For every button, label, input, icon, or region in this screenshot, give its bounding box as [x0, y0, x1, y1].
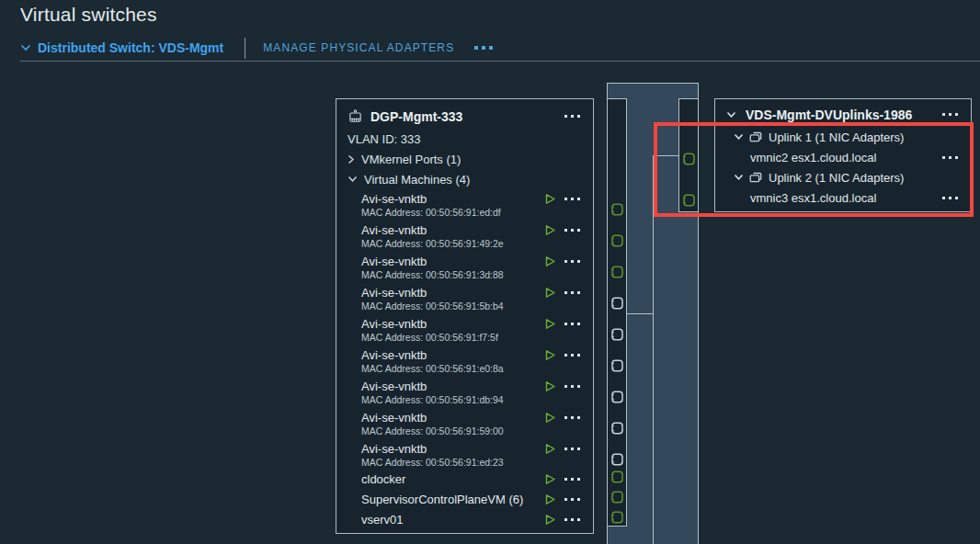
port-icon	[610, 233, 624, 248]
vm-row[interactable]: Avi-se-vnktb MAC Address: 00:50:56:91:59…	[348, 408, 586, 439]
vm-row[interactable]: SupervisorControlPlaneVM (6)	[348, 491, 586, 511]
vm-row[interactable]: Avi-se-vnktb MAC Address: 00:50:56:91:49…	[348, 221, 586, 252]
port-icon	[610, 510, 624, 525]
portgroup-title: DGP-Mgmt-333	[370, 109, 462, 124]
vm-mac: MAC Address: 00:50:56:91:59:00	[361, 425, 586, 437]
power-on-icon	[544, 380, 556, 392]
vm-actions-button[interactable]	[564, 260, 580, 263]
nic-actions-button[interactable]	[942, 156, 958, 159]
vm-actions-button[interactable]	[564, 478, 580, 481]
port-icon	[682, 152, 696, 166]
nic-actions-button[interactable]	[942, 197, 958, 199]
chevron-down-icon	[348, 176, 358, 183]
uplink-icon	[748, 130, 763, 143]
vlan-id-label: VLAN ID: 333	[348, 129, 586, 149]
portgroup-panel: DGP-Mgmt-333 VLAN ID: 333 VMkernel Ports…	[336, 98, 594, 534]
vm-actions-button[interactable]	[564, 448, 580, 450]
connector-line	[627, 313, 653, 314]
connector-line	[653, 155, 654, 544]
uplink-icon	[748, 171, 763, 184]
vm-row[interactable]: Avi-se-vnktb MAC Address: 00:50:56:91:ed…	[348, 439, 586, 470]
port-icon	[610, 390, 624, 404]
vmkernel-ports-toggle[interactable]: VMkernel Ports (1)	[348, 149, 586, 169]
port-icon	[610, 202, 624, 217]
uplink-label: Uplink 2 (1 NIC Adapters)	[769, 171, 904, 185]
virtual-machines-toggle[interactable]: Virtual Machines (4)	[348, 169, 586, 189]
chevron-down-icon	[734, 133, 744, 141]
port-icon	[610, 327, 624, 342]
vm-mac: MAC Address: 00:50:56:91:49:2e	[361, 238, 586, 250]
uplink-group-row[interactable]: Uplink 1 (1 NIC Adapters)	[726, 127, 963, 147]
port-icon	[610, 296, 624, 311]
power-on-icon	[544, 514, 556, 526]
header-divider	[20, 61, 980, 62]
virtual-machines-label: Virtual Machines (4)	[364, 173, 470, 187]
vm-actions-button[interactable]	[564, 518, 580, 521]
chevron-down-icon[interactable]	[726, 111, 736, 119]
vm-actions-button[interactable]	[564, 229, 580, 232]
vm-actions-button[interactable]	[564, 291, 580, 294]
manage-physical-adapters-button[interactable]: MANAGE PHYSICAL ADAPTERS	[263, 41, 454, 54]
vm-mac: MAC Address: 00:50:56:91:5b:b4	[361, 300, 586, 312]
vm-row[interactable]: vserv01	[348, 511, 586, 531]
vm-mac: MAC Address: 00:50:56:91:e0:8a	[361, 363, 586, 375]
toolbar: Distributed Switch: VDS-Mgmt MANAGE PHYS…	[20, 37, 493, 59]
more-actions-button[interactable]	[474, 46, 493, 50]
vm-actions-button[interactable]	[564, 498, 580, 501]
portgroup-actions-button[interactable]	[564, 115, 580, 118]
portgroup-icon	[348, 109, 363, 125]
vm-actions-button[interactable]	[564, 354, 580, 357]
uplink-label: Uplink 1 (1 NIC Adapters)	[769, 130, 904, 144]
uplink-nic-row[interactable]: vmnic3 esx1.cloud.local	[726, 187, 963, 208]
power-on-icon	[544, 224, 556, 236]
distributed-switch-link[interactable]: Distributed Switch: VDS-Mgmt	[38, 40, 223, 55]
vm-row[interactable]: Avi-se-vnktb MAC Address: 00:50:56:91:3d…	[348, 252, 586, 283]
power-on-icon	[544, 443, 556, 455]
port-icon	[682, 193, 696, 208]
vm-row[interactable]: Avi-se-vnktb MAC Address: 00:50:56:91:ed…	[348, 189, 586, 221]
uplinks-actions-button[interactable]	[942, 113, 958, 116]
vm-row[interactable]: Avi-se-vnktb MAC Address: 00:50:56:91:5b…	[348, 283, 586, 314]
port-icon	[610, 265, 624, 279]
power-on-icon	[544, 255, 556, 267]
vm-mac: MAC Address: 00:50:56:91:f7:5f	[361, 332, 586, 344]
vmkernel-ports-label: VMkernel Ports (1)	[361, 153, 461, 166]
portgroup-port-column	[607, 98, 627, 527]
portgroup-panel-header: DGP-Mgmt-333	[348, 105, 586, 129]
vm-mac: MAC Address: 00:50:56:91:ed:23	[361, 457, 586, 469]
port-icon	[610, 470, 624, 484]
vm-actions-button[interactable]	[564, 323, 580, 325]
power-on-icon	[544, 473, 556, 485]
vm-mac: MAC Address: 00:50:56:91:ed:df	[361, 207, 586, 219]
uplinks-panel-header: VDS-Mgmt-DVUplinks-1986	[726, 103, 963, 127]
power-on-icon	[544, 349, 556, 361]
port-icon	[610, 452, 624, 467]
uplink-group-row[interactable]: Uplink 2 (1 NIC Adapters)	[726, 167, 963, 187]
power-on-icon	[544, 287, 556, 299]
vm-mac: MAC Address: 00:50:56:91:db:94	[361, 394, 586, 406]
toolbar-divider	[245, 38, 245, 59]
power-on-icon	[544, 493, 556, 505]
chevron-down-icon	[734, 174, 744, 181]
vm-row[interactable]: cldocker	[348, 470, 586, 491]
uplink-port-column	[678, 98, 699, 212]
uplink-nic-row[interactable]: vmnic2 esx1.cloud.local	[726, 147, 963, 167]
vm-actions-button[interactable]	[564, 416, 580, 419]
port-icon	[610, 358, 624, 373]
vm-actions-button[interactable]	[564, 385, 580, 388]
chevron-down-icon[interactable]	[20, 44, 31, 51]
port-icon	[610, 421, 624, 436]
vm-row[interactable]: Avi-se-vnktb MAC Address: 00:50:56:91:e0…	[348, 346, 586, 377]
port-icon	[610, 490, 624, 504]
connector-line	[654, 155, 678, 156]
virtual-switches-view: Virtual switches Distributed Switch: VDS…	[0, 0, 980, 544]
power-on-icon	[544, 412, 556, 424]
vm-mac: MAC Address: 00:50:56:91:3d:88	[361, 269, 586, 281]
nic-label: vmnic2 esx1.cloud.local	[750, 151, 876, 164]
uplinks-panel: VDS-Mgmt-DVUplinks-1986 Uplink 1 (1 NIC …	[714, 98, 972, 212]
power-on-icon	[544, 193, 556, 205]
page-title: Virtual switches	[20, 4, 157, 26]
vm-actions-button[interactable]	[564, 198, 580, 200]
vm-row[interactable]: Avi-se-vnktb MAC Address: 00:50:56:91:f7…	[348, 314, 586, 346]
vm-row[interactable]: Avi-se-vnktb MAC Address: 00:50:56:91:db…	[348, 377, 586, 408]
